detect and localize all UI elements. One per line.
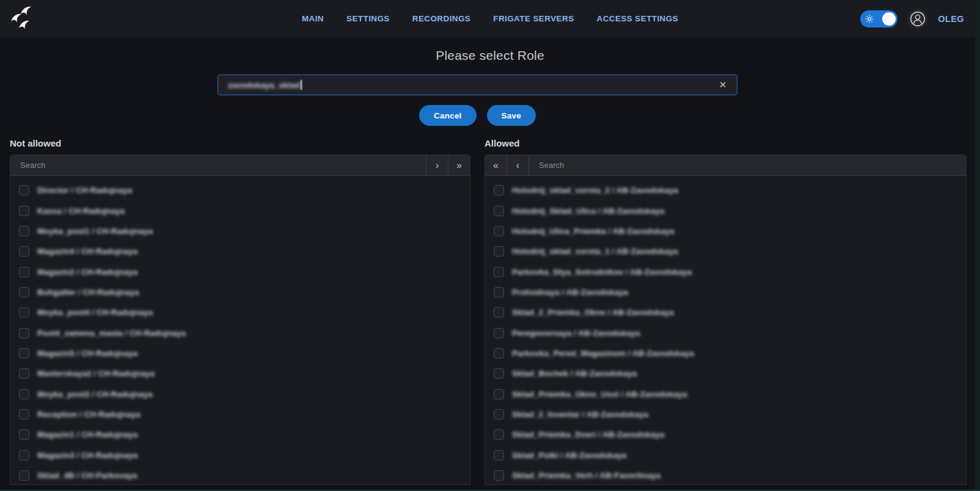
camera-list-item[interactable]: Sklad_2_Inventar / AB-Zavodskaya [485,404,966,424]
camera-list-item[interactable]: Parkovka_Dlya_Sotrudnikov / AB-Zavodskay… [485,261,966,282]
page-scrollbar[interactable] [975,0,980,491]
move-all-left-button[interactable]: « [485,155,507,175]
checkbox[interactable] [494,226,504,236]
camera-list-item[interactable]: Kassa / CH-Radujnaya [10,200,470,220]
chevron-left-icon: ‹ [516,161,519,170]
not-allowed-search-input[interactable] [10,155,426,175]
camera-list-item[interactable]: Holodnij_Sklad_Ulica / AB-Zavodskaya [485,200,966,220]
checkbox[interactable] [19,389,29,399]
checkbox[interactable] [494,429,504,440]
camera-list-item[interactable]: Reception / CH-Radujnaya [10,404,470,424]
checkbox[interactable] [19,287,29,297]
camera-list-item[interactable]: Director / CH-Radujnaya [10,180,470,200]
move-left-button[interactable]: ‹ [507,155,529,175]
camera-list-item[interactable]: Peregovornaya / AB-Zavodskaya [485,322,966,343]
page: MAIN SETTINGS RECORDINGS FRIGATE SERVERS… [0,0,980,491]
camera-list-item[interactable]: Holodnij_sklad_vorota_1 / AB-Zavodskaya [485,241,966,261]
camera-label: Sklad_Priemka_Okno_Usol / AB-Zavodskaya [512,390,687,399]
camera-label: Kassa / CH-Radujnaya [37,206,125,216]
nav-link[interactable]: MAIN [302,14,324,23]
nav-link[interactable]: FRIGATE SERVERS [493,14,574,23]
cancel-button[interactable]: Cancel [419,105,476,126]
main-nav: MAIN SETTINGS RECORDINGS FRIGATE SERVERS… [0,0,980,37]
camera-list-item[interactable]: Magazin2 / CH-Radujnaya [10,261,470,282]
camera-list-item[interactable]: Magazin5 / CH-Radujnaya [10,343,470,363]
checkbox[interactable] [19,429,29,440]
checkbox[interactable] [494,368,504,379]
camera-label: Masterskaya2 / CH-Radujnaya [37,369,155,378]
checkbox[interactable] [19,246,29,256]
checkbox[interactable] [19,307,29,318]
checkbox[interactable] [494,348,504,358]
checkbox[interactable] [494,185,504,195]
camera-list-item[interactable]: Magazin1 / CH-Radujnaya [10,424,470,445]
allowed-title: Allowed [485,138,520,148]
text-caret [301,80,302,90]
role-actions: Cancel Save [218,105,737,126]
camera-label: Director / CH-Radujnaya [37,186,132,195]
not-allowed-panel: › » Director / CH-Radujnaya Kassa / CH-R… [10,155,470,485]
camera-list-item[interactable]: Parkovka_Pered_Magazinom / AB-Zavodskaya [485,343,966,363]
checkbox[interactable] [19,267,29,277]
camera-list-item[interactable]: Sklad_Priemka_Verh / AB-Favoritnaya [485,465,966,485]
move-right-button[interactable]: › [426,155,448,175]
camera-list-item[interactable]: Moyka_post4 / CH-Radujnaya [10,302,470,322]
checkbox[interactable] [19,226,29,236]
camera-list-item[interactable]: Sklad_Priemka_Dveri / AB-Zavodskaya [485,424,966,445]
camera-list-item[interactable]: Sklad_2_Priemka_Okno / AB-Zavodskaya [485,302,966,322]
role-input[interactable]: zavodskaya_sklad ✕ [218,75,737,95]
nav-link[interactable]: ACCESS SETTINGS [597,14,679,23]
camera-list-item[interactable]: Sklad_Polki / AB-Zavodskaya [485,445,966,465]
nav-link[interactable]: RECORDINGS [412,14,471,23]
camera-list-item[interactable]: Magazin3 / CH-Radujnaya [10,445,470,465]
camera-list-item[interactable]: Sklad_Priemka_Okno_Usol / AB-Zavodskaya [485,384,966,404]
camera-list-item[interactable]: Holodnij_sklad_vorota_2 / AB-Zavodskaya [485,180,966,200]
role-input-value: zavodskaya_sklad [228,81,300,90]
frigate-birds-logo-icon[interactable] [9,5,37,32]
camera-list-item[interactable]: Post4_zamena_masla / CH-Radujnaya [10,322,470,343]
checkbox[interactable] [494,307,504,318]
checkbox[interactable] [494,470,504,481]
checkbox[interactable] [494,246,504,256]
clear-input-icon[interactable]: ✕ [715,75,731,95]
nav-link[interactable]: SETTINGS [346,14,390,23]
checkbox[interactable] [19,206,29,216]
camera-list-item[interactable]: Holodnij_Ulica_Priemka / AB-Zavodskaya [485,221,966,241]
checkbox[interactable] [19,185,29,195]
checkbox[interactable] [19,328,29,338]
camera-label: Magazin2 / CH-Radujnaya [37,267,137,277]
camera-list-item[interactable]: Buhgalter / CH-Radujnaya [10,282,470,302]
save-button[interactable]: Save [487,105,536,126]
checkbox[interactable] [494,267,504,277]
camera-label: Post4_zamena_masla / CH-Radujnaya [37,329,186,338]
checkbox[interactable] [19,348,29,358]
checkbox[interactable] [19,368,29,379]
camera-label: Prohodnaya / AB-Zavodskaya [512,288,628,297]
username[interactable]: OLEG [938,14,964,24]
allowed-search-input[interactable] [529,155,966,175]
camera-list-item[interactable]: Moyka_post1 / CH-Radujnaya [10,221,470,241]
checkbox[interactable] [494,450,504,460]
camera-list-item[interactable]: Masterskaya2 / CH-Radujnaya [10,363,470,384]
camera-list-item[interactable]: Moyka_post2 / CH-Radujnaya [10,384,470,404]
theme-toggle[interactable] [860,10,898,27]
checkbox[interactable] [494,206,504,216]
checkbox[interactable] [19,450,29,460]
toggle-knob[interactable] [882,12,896,26]
checkbox[interactable] [494,389,504,399]
checkbox[interactable] [494,328,504,338]
camera-list-item[interactable]: Sklad_4B / CH-Parkovaya [10,465,470,485]
camera-list-item[interactable]: Magazin4 / CH-Radujnaya [10,241,470,261]
checkbox[interactable] [19,409,29,420]
move-all-right-button[interactable]: » [448,155,470,175]
user-avatar-icon[interactable] [908,9,927,29]
camera-label: Holodnij_Ulica_Priemka / AB-Zavodskaya [512,227,675,236]
checkbox[interactable] [19,470,29,481]
checkbox[interactable] [494,409,504,420]
checkbox[interactable] [494,287,504,297]
camera-label: Magazin3 / CH-Radujnaya [37,451,137,460]
camera-list-item[interactable]: Sklad_Bochek / AB-Zavodskaya [485,363,966,384]
camera-label: Sklad_Polki / AB-Zavodskaya [512,451,627,460]
camera-list-item[interactable]: Prohodnaya / AB-Zavodskaya [485,282,966,302]
chevron-right-icon: › [436,161,439,170]
